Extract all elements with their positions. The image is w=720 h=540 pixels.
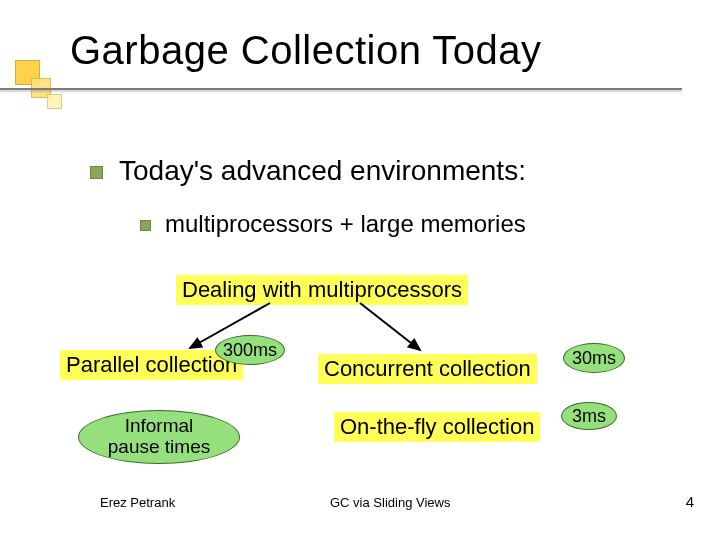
box-concurrent: Concurrent collection xyxy=(318,354,537,384)
footer-title: GC via Sliding Views xyxy=(330,495,450,510)
informal-line1: Informal xyxy=(125,415,194,436)
square-bullet-icon xyxy=(90,166,103,179)
slide-title: Garbage Collection Today xyxy=(70,28,670,73)
slide-title-area: Garbage Collection Today xyxy=(30,28,670,73)
informal-line2: pause times xyxy=(108,436,210,457)
pause-time-3: 3ms xyxy=(561,402,617,430)
box-dealing: Dealing with multiprocessors xyxy=(176,275,468,305)
bullet-level1-text: Today's advanced environments: xyxy=(119,155,526,186)
informal-pause-times-bubble: Informal pause times xyxy=(78,410,240,464)
bullet-level1: Today's advanced environments: xyxy=(90,155,526,187)
title-decor-icon xyxy=(15,60,60,110)
svg-line-1 xyxy=(360,303,420,350)
square-bullet-icon xyxy=(140,220,151,231)
page-number: 4 xyxy=(686,493,694,510)
pause-time-300: 300ms xyxy=(215,335,285,365)
footer-author: Erez Petrank xyxy=(100,495,175,510)
bullet-level2-text: multiprocessors + large memories xyxy=(165,210,526,237)
pause-time-30: 30ms xyxy=(563,343,625,373)
arrows-overlay xyxy=(0,0,720,540)
bullet-level2: multiprocessors + large memories xyxy=(140,210,526,238)
title-underline xyxy=(0,88,682,90)
box-onthefly: On-the-fly collection xyxy=(334,412,540,442)
